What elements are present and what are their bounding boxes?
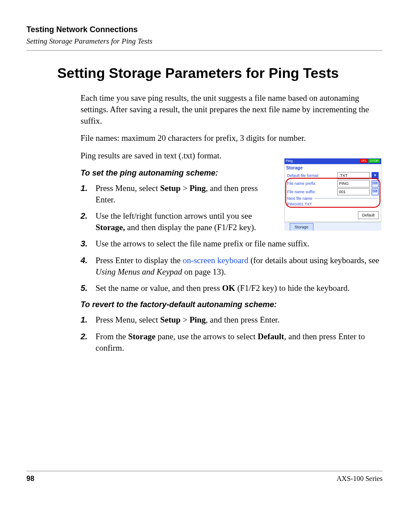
vfl-badge: VFL <box>360 159 368 163</box>
next-file-name-label-row: Next file name <box>284 196 381 201</box>
running-section: Setting Storage Parameters for Ping Test… <box>26 37 383 47</box>
step-number: 1. <box>81 183 96 205</box>
label-file-name-suffix: File name suffix: <box>287 189 335 194</box>
step-number: 5. <box>81 283 96 294</box>
status-badges: VFLOTDR <box>359 159 380 164</box>
value-file-name-suffix[interactable]: 001 <box>337 188 370 195</box>
divider-line <box>314 198 379 198</box>
label-default-file-format: Default file format: <box>287 173 335 178</box>
next-file-name-value: PING001.TXT <box>284 201 381 209</box>
row-file-name-prefix: File name prefix: PING ⌨ <box>284 180 381 187</box>
step: 5. Set the name or value, and then press… <box>81 283 383 294</box>
value-file-name-prefix[interactable]: PING <box>337 180 370 187</box>
product-series: AXS-100 Series <box>337 474 383 484</box>
step: 1. Press Menu, select Setup > Ping, and … <box>81 314 383 326</box>
keyboard-icon[interactable]: ⌨ <box>372 180 379 187</box>
on-screen-keyboard-link[interactable]: on-screen keyboard <box>183 256 248 265</box>
default-button-row: Default <box>284 209 381 222</box>
step: 4. Press Enter to display the on-screen … <box>81 255 383 277</box>
step-body: Press Enter to display the on-screen key… <box>96 255 383 277</box>
screenshot-titlebar: Ping VFLOTDR <box>284 158 381 164</box>
step: 2. From the Storage pane, use the arrows… <box>81 331 383 353</box>
page-title: Setting Storage Parameters for Ping Test… <box>57 64 383 83</box>
device-screenshot: Ping VFLOTDR Storage Default file format… <box>284 158 381 231</box>
default-button[interactable]: Default <box>358 211 379 219</box>
dropdown-icon[interactable]: ▼ <box>372 172 379 179</box>
page-footer: 98 AXS-100 Series <box>26 471 383 484</box>
step-body: From the Storage pane, use the arrows to… <box>96 331 383 353</box>
page-number: 98 <box>26 474 34 484</box>
label-file-name-prefix: File name prefix: <box>287 181 335 186</box>
row-default-file-format: Default file format: .TXT ▼ <box>284 172 381 180</box>
step-body: Press Menu, select Setup > Ping, and the… <box>96 314 383 326</box>
intro-para-1: Each time you save ping results, the uni… <box>81 92 383 126</box>
procedure-2-heading: To revert to the factory-default autonam… <box>81 299 383 310</box>
next-file-name-label: Next file name <box>287 196 313 201</box>
step-body: Use the arrows to select the file name p… <box>96 238 383 249</box>
procedure-2-steps: 1. Press Menu, select Setup > Ping, and … <box>81 314 383 353</box>
otdr-badge: OTDR <box>368 159 380 163</box>
procedure-1-steps-cont: 3. Use the arrows to select the file nam… <box>81 238 383 294</box>
step-number: 1. <box>81 314 96 326</box>
screenshot-tabbar: Storage <box>284 222 381 231</box>
step-body: Press Menu, select Setup > Ping, and the… <box>96 183 258 205</box>
step-number: 2. <box>81 331 96 353</box>
header-rule <box>26 50 383 51</box>
keyboard-icon[interactable]: ⌨ <box>372 188 379 195</box>
step-number: 3. <box>81 238 96 249</box>
tab-storage[interactable]: Storage <box>290 223 313 231</box>
step-number: 2. <box>81 210 96 233</box>
step-body: Set the name or value, and then press OK… <box>96 283 383 294</box>
screenshot-section-title: Storage <box>284 164 381 172</box>
screenshot-title: Ping <box>286 159 293 164</box>
intro-para-2: File names: maximum 20 characters for pr… <box>81 132 383 144</box>
value-default-file-format[interactable]: .TXT <box>337 172 370 179</box>
running-chapter: Testing Network Connections <box>26 24 383 35</box>
step-body: Use the left/right function arrows until… <box>96 210 258 233</box>
step: 3. Use the arrows to select the file nam… <box>81 238 383 249</box>
step-number: 4. <box>81 255 96 277</box>
row-file-name-suffix: File name suffix: 001 ⌨ <box>284 188 381 196</box>
